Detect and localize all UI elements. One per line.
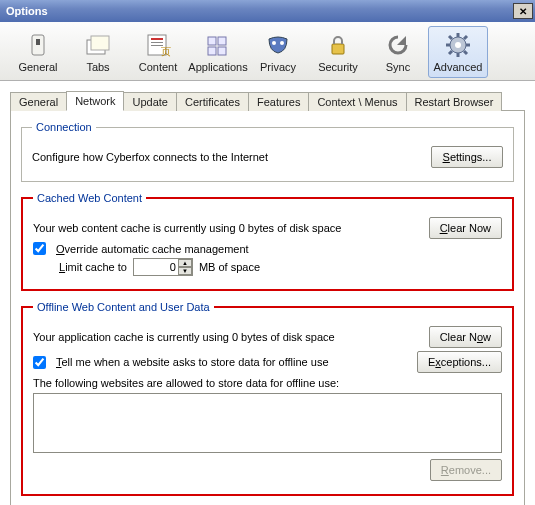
subtab-certificates[interactable]: Certificates [176,92,249,111]
titlebar: Options ✕ [0,0,535,22]
tool-applications[interactable]: Applications [188,26,248,78]
offline-group: Offline Web Content and User Data Your a… [21,301,514,496]
subtab-features[interactable]: Features [248,92,309,111]
tool-label: General [18,61,57,73]
connection-group: Connection Configure how Cyberfox connec… [21,121,514,182]
tell-me-checkbox[interactable] [33,356,46,369]
subtab-network[interactable]: Network [66,91,124,111]
window-title: Options [6,5,48,17]
tool-security[interactable]: Security [308,26,368,78]
tool-label: Advanced [434,61,483,73]
offline-usage: Your application cache is currently usin… [33,331,335,343]
subtab-general[interactable]: General [10,92,67,111]
svg-rect-1 [36,39,40,45]
svg-rect-3 [91,36,109,50]
remove-button: Remove... [430,459,502,481]
tool-tabs[interactable]: Tabs [68,26,128,78]
override-cache-checkbox[interactable] [33,242,46,255]
tool-label: Privacy [260,61,296,73]
lock-icon [324,31,352,59]
close-button[interactable]: ✕ [513,3,533,19]
tool-label: Sync [386,61,410,73]
exceptions-button[interactable]: Exceptions... [417,351,502,373]
gear-icon [444,31,472,59]
svg-line-23 [464,51,467,54]
tool-label: Applications [188,61,247,73]
svg-rect-12 [218,47,226,55]
svg-line-25 [449,51,452,54]
subtab-context-menus[interactable]: Context \ Menus [308,92,406,111]
limit-cache-prefix: Limit cache to [59,261,127,273]
svg-rect-6 [151,42,163,43]
tell-me-label[interactable]: Tell me when a website asks to store dat… [56,356,329,368]
content-icon: 页 [144,31,172,59]
allowed-sites-list[interactable] [33,393,502,453]
svg-rect-15 [332,44,344,54]
cache-legend: Cached Web Content [33,192,146,204]
svg-rect-5 [151,38,163,40]
svg-rect-10 [218,37,226,45]
svg-line-22 [449,36,452,39]
tool-label: Tabs [86,61,109,73]
override-cache-label[interactable]: Override automatic cache management [56,243,249,255]
subtab-restart-browser[interactable]: Restart Browser [406,92,503,111]
tool-sync[interactable]: Sync [368,26,428,78]
offline-clear-button[interactable]: Clear Now [429,326,502,348]
subtab-strip: General Network Update Certificates Feat… [10,89,525,111]
cache-group: Cached Web Content Your web content cach… [21,192,514,291]
mask-icon [264,31,292,59]
tool-content[interactable]: 页 Content [128,26,188,78]
svg-point-17 [455,42,461,48]
connection-desc: Configure how Cyberfox connects to the I… [32,151,268,163]
tabs-icon [84,31,112,59]
cache-usage: Your web content cache is currently usin… [33,222,341,234]
svg-point-13 [272,41,276,45]
switch-icon [24,31,52,59]
svg-rect-9 [208,37,216,45]
tool-advanced[interactable]: Advanced [428,26,488,78]
sync-icon [384,31,412,59]
cache-clear-button[interactable]: Clear Now [429,217,502,239]
tool-label: Content [139,61,178,73]
offline-legend: Offline Web Content and User Data [33,301,214,313]
tool-label: Security [318,61,358,73]
allowed-desc: The following websites are allowed to st… [33,377,502,389]
settings-button[interactable]: Settings... [431,146,503,168]
svg-point-14 [280,41,284,45]
svg-line-24 [464,36,467,39]
tool-privacy[interactable]: Privacy [248,26,308,78]
spinner-icon[interactable]: ▲▼ [178,259,192,275]
tool-general[interactable]: General [8,26,68,78]
category-toolbar: General Tabs 页 Content Applications Priv… [0,22,535,81]
svg-text:页: 页 [161,46,171,57]
applications-icon [204,31,232,59]
subtab-update[interactable]: Update [123,92,176,111]
svg-rect-11 [208,47,216,55]
connection-legend: Connection [32,121,96,133]
limit-cache-suffix: MB of space [199,261,260,273]
network-panel: Connection Configure how Cyberfox connec… [10,111,525,505]
